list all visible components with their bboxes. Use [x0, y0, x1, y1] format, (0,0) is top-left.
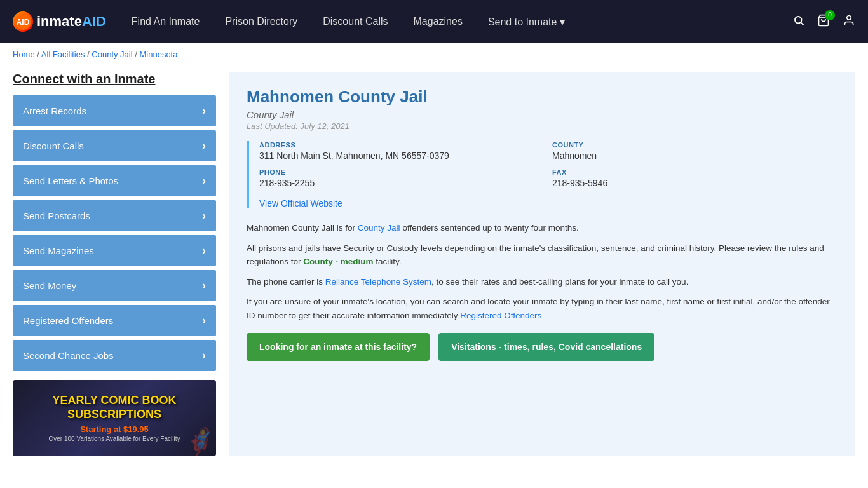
nav-find-inmate[interactable]: Find An Inmate [132, 16, 200, 27]
breadcrumb-home[interactable]: Home [13, 50, 35, 59]
connect-title: Connect with an Inmate [13, 72, 216, 86]
logo[interactable]: AID inmateAID [13, 11, 106, 32]
address-value: 311 North Main St, Mahnomen, MN 56557-03… [259, 151, 545, 161]
visitations-button[interactable]: Visitations - times, rules, Covid cancel… [438, 333, 654, 361]
address-label: ADDRESS [259, 141, 545, 149]
ad-title: Yearly Comic BookSubscriptions [52, 394, 176, 421]
phone-block: PHONE 218-935-2255 [259, 168, 545, 188]
cart-badge: 0 [825, 10, 835, 20]
facility-desc-2: All prisons and jails have Security or C… [247, 241, 837, 269]
logo-icon: AID [13, 11, 33, 32]
sidebar-item-label: Send Letters & Photos [23, 175, 118, 186]
address-block: ADDRESS 311 North Main St, Mahnomen, MN … [259, 141, 545, 161]
sidebar-item-label: Registered Offenders [23, 315, 113, 326]
ad-sub2: Over 100 Variations Available for Every … [49, 435, 180, 442]
sidebar-item-label: Send Money [23, 280, 76, 291]
breadcrumb-all-facilities[interactable]: All Facilities [41, 50, 85, 59]
view-website-link[interactable]: View Official Website [259, 198, 342, 208]
chevron-right-icon: › [202, 139, 206, 152]
svg-text:AID: AID [17, 18, 30, 27]
breadcrumb: Home / All Facilities / County Jail / Mi… [0, 43, 868, 65]
chevron-right-icon: › [202, 314, 206, 327]
sidebar-item-registered-offenders[interactable]: Registered Offenders › [13, 305, 216, 336]
chevron-right-icon: › [202, 279, 206, 292]
phone-label: PHONE [259, 168, 545, 176]
fax-value: 218-935-5946 [552, 178, 837, 188]
county-block: COUNTY Mahnomen [552, 141, 837, 161]
looking-for-inmate-button[interactable]: Looking for an inmate at this facility? [247, 333, 430, 361]
cart-button[interactable]: 0 [817, 14, 830, 30]
facility-type: County Jail [247, 109, 837, 120]
nav-magazines[interactable]: Magazines [414, 16, 463, 27]
nav-send-to-inmate[interactable]: Send to Inmate ▾ [488, 16, 565, 28]
sidebar-item-label: Discount Calls [23, 140, 84, 151]
sidebar-item-label: Send Postcards [23, 210, 90, 221]
ad-heroes-icon: 🦸 [184, 426, 216, 456]
search-button[interactable] [793, 15, 804, 29]
breadcrumb-county-jail[interactable]: County Jail [92, 50, 132, 59]
svg-point-5 [847, 15, 851, 20]
sidebar-item-discount-calls[interactable]: Discount Calls › [13, 130, 216, 161]
nav-prison-directory[interactable]: Prison Directory [225, 16, 297, 27]
sidebar-item-label: Send Magazines [23, 245, 94, 256]
county-value: Mahnomen [552, 151, 837, 161]
sidebar-item-send-magazines[interactable]: Send Magazines › [13, 235, 216, 266]
chevron-right-icon: › [202, 104, 206, 118]
nav-icons: 0 [793, 14, 855, 30]
sidebar-item-send-money[interactable]: Send Money › [13, 270, 216, 301]
county-label: COUNTY [552, 141, 837, 149]
registered-offenders-link[interactable]: Registered Offenders [460, 311, 541, 320]
sidebar-item-second-chance-jobs[interactable]: Second Chance Jobs › [13, 340, 216, 371]
county-jail-link[interactable]: County Jail [358, 223, 400, 233]
logo-text: inmateAID [37, 13, 106, 30]
ad-subtitle: Starting at $19.95 [80, 424, 149, 434]
facility-panel: Mahnomen County Jail County Jail Last Up… [229, 72, 855, 456]
facility-info-grid: ADDRESS 311 North Main St, Mahnomen, MN … [247, 141, 837, 208]
sidebar-item-send-letters[interactable]: Send Letters & Photos › [13, 165, 216, 196]
county-medium-link[interactable]: County - medium [303, 257, 373, 266]
chevron-right-icon: › [202, 244, 206, 257]
fax-label: FAX [552, 168, 837, 176]
chevron-right-icon: › [202, 209, 206, 222]
user-button[interactable] [843, 14, 855, 30]
main-navigation: AID inmateAID Find An Inmate Prison Dire… [0, 0, 868, 43]
sidebar-item-send-postcards[interactable]: Send Postcards › [13, 200, 216, 231]
main-content: Connect with an Inmate Arrest Records › … [0, 65, 868, 463]
sidebar-item-label: Second Chance Jobs [23, 350, 114, 361]
phone-value: 218-935-2255 [259, 178, 545, 188]
sidebar-item-label: Arrest Records [23, 105, 86, 116]
facility-desc-3: The phone carrier is Reliance Telephone … [247, 275, 837, 289]
reliance-link[interactable]: Reliance Telephone System [325, 277, 431, 287]
sidebar-item-arrest-records[interactable]: Arrest Records › [13, 95, 216, 126]
ad-banner[interactable]: Yearly Comic BookSubscriptions Starting … [13, 380, 216, 456]
sidebar: Connect with an Inmate Arrest Records › … [13, 72, 216, 456]
breadcrumb-state[interactable]: Minnesota [139, 50, 177, 59]
facility-name: Mahnomen County Jail [247, 87, 837, 107]
facility-desc-4: If you are unsure of your inmate's locat… [247, 295, 837, 322]
svg-line-3 [801, 22, 803, 25]
facility-desc-1: Mahnomen County Jail is for County Jail … [247, 221, 837, 235]
action-buttons: Looking for an inmate at this facility? … [247, 333, 837, 361]
website-block: View Official Website [259, 196, 545, 208]
chevron-right-icon: › [202, 174, 206, 187]
chevron-right-icon: › [202, 349, 206, 362]
facility-updated: Last Updated: July 12, 2021 [247, 121, 837, 131]
svg-point-2 [795, 17, 802, 24]
nav-discount-calls[interactable]: Discount Calls [323, 16, 388, 27]
fax-block: FAX 218-935-5946 [552, 168, 837, 188]
